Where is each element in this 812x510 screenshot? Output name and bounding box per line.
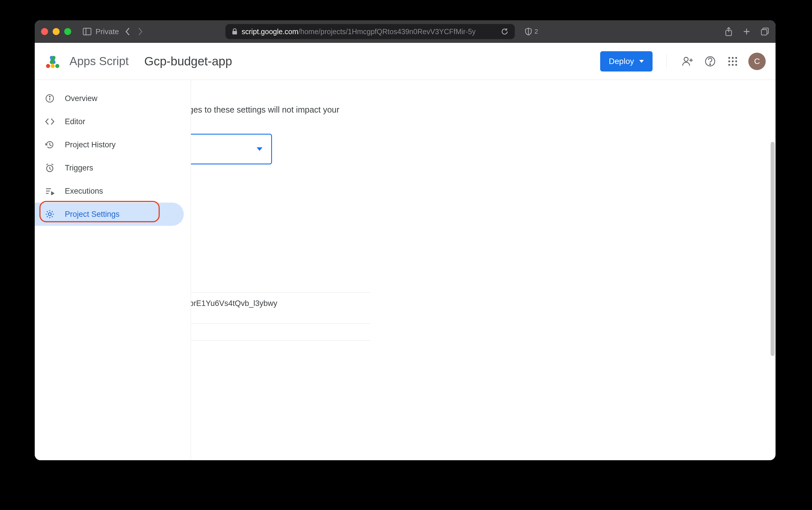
sidebar: Overview Editor Project History Triggers	[35, 80, 191, 460]
svg-point-9	[46, 64, 50, 68]
close-window-button[interactable]	[41, 28, 48, 35]
svg-point-11	[55, 64, 59, 68]
svg-point-20	[732, 57, 733, 58]
sidebar-item-history[interactable]: Project History	[35, 133, 184, 156]
sidebar-item-executions[interactable]: Executions	[35, 179, 184, 203]
code-icon	[45, 116, 55, 127]
sidebar-item-label: Editor	[65, 117, 85, 126]
svg-point-30	[50, 96, 50, 97]
sidebar-item-triggers[interactable]: Triggers	[35, 156, 184, 179]
svg-point-27	[735, 64, 737, 65]
svg-rect-2	[232, 31, 237, 34]
fullscreen-window-button[interactable]	[64, 28, 71, 35]
chevron-down-icon	[639, 60, 644, 63]
help-icon[interactable]	[703, 54, 717, 68]
forward-button[interactable]	[137, 27, 143, 36]
avatar[interactable]: C	[748, 53, 766, 70]
apps-script-logo-icon	[45, 53, 61, 69]
apps-grid-icon[interactable]	[726, 54, 740, 68]
svg-point-22	[728, 60, 730, 62]
chevron-down-icon	[257, 147, 262, 151]
app-body: e entire Apps Script project. Changes to…	[35, 80, 776, 460]
svg-point-18	[709, 64, 710, 64]
minimize-window-button[interactable]	[53, 28, 60, 35]
share-person-icon[interactable]	[680, 54, 695, 68]
svg-line-32	[46, 164, 48, 165]
sidebar-item-overview[interactable]: Overview	[35, 87, 184, 110]
sidebar-item-label: Triggers	[65, 164, 93, 172]
svg-point-38	[48, 213, 51, 216]
scrollbar-thumb[interactable]	[771, 142, 775, 356]
svg-point-21	[735, 57, 737, 58]
shield-count: 2	[534, 28, 538, 35]
browser-window: Private script.google.com/home/projects/…	[35, 20, 776, 460]
sidebar-item-label: Overview	[65, 94, 97, 103]
sidebar-item-label: Executions	[65, 187, 103, 196]
browser-chrome: Private script.google.com/home/projects/…	[35, 20, 776, 43]
sidebar-item-editor[interactable]: Editor	[35, 110, 184, 133]
gear-icon	[45, 209, 55, 219]
sidebar-item-project-settings[interactable]: Project Settings	[35, 203, 184, 226]
svg-point-23	[732, 60, 733, 62]
svg-point-14	[684, 57, 688, 61]
svg-point-25	[728, 64, 730, 65]
url-text: script.google.com/home/projects/1HmcgpfQ…	[242, 28, 476, 36]
svg-point-19	[728, 57, 730, 58]
svg-point-26	[732, 64, 733, 65]
history-icon	[45, 140, 55, 150]
deploy-button[interactable]: Deploy	[600, 51, 652, 72]
new-tab-icon[interactable]	[743, 28, 751, 36]
svg-rect-8	[761, 30, 767, 35]
alarm-icon	[45, 163, 55, 173]
svg-line-33	[52, 164, 53, 165]
svg-marker-37	[52, 192, 54, 195]
sidebar-toggle-icon[interactable]	[83, 28, 91, 35]
executions-icon	[45, 186, 55, 196]
lock-icon	[232, 28, 238, 35]
private-label: Private	[95, 27, 119, 36]
brand-label: Apps Script	[69, 55, 129, 68]
tabs-overview-icon[interactable]	[760, 27, 769, 36]
sidebar-item-label: Project History	[65, 140, 116, 149]
sidebar-item-label: Project Settings	[65, 210, 119, 219]
reload-icon[interactable]	[501, 28, 509, 35]
back-button[interactable]	[125, 27, 131, 36]
divider	[666, 54, 667, 68]
traffic-lights	[41, 28, 71, 35]
app-header: Apps Script Gcp-budget-app Deploy C	[35, 43, 776, 80]
svg-point-10	[51, 64, 55, 68]
share-icon[interactable]	[725, 27, 733, 36]
deploy-label: Deploy	[609, 57, 634, 66]
info-icon	[45, 93, 55, 104]
address-bar[interactable]: script.google.com/home/projects/1HmcgpfQ…	[226, 24, 515, 39]
project-title: Gcp-budget-app	[144, 54, 232, 68]
privacy-shield[interactable]: 2	[525, 28, 538, 36]
svg-point-24	[735, 60, 737, 62]
svg-rect-0	[83, 28, 91, 35]
